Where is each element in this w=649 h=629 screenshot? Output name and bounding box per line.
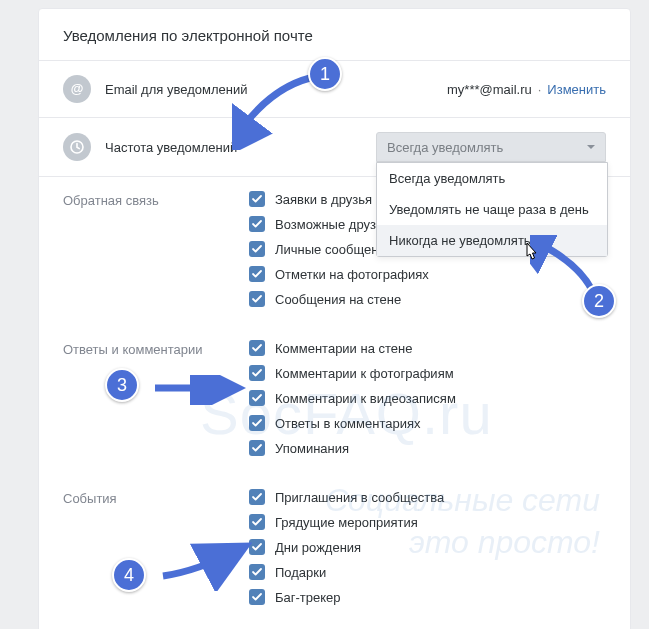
section: СобытияПриглашения в сообществаГрядущие … (39, 475, 630, 614)
checkbox-option[interactable]: Грядущие мероприятия (249, 514, 606, 530)
annotation-badge-4: 4 (112, 558, 146, 592)
panel-title: Уведомления по электронной почте (39, 9, 630, 61)
checkbox-option[interactable]: Дни рождения (249, 539, 606, 555)
checkbox-option[interactable]: Баг-трекер (249, 589, 606, 605)
checkbox-checked-icon (249, 514, 265, 530)
svg-text:@: @ (71, 81, 84, 96)
checkbox-option[interactable]: Комментарии к видеозаписям (249, 390, 606, 406)
checkbox-option[interactable]: Комментарии на стене (249, 340, 606, 356)
chevron-down-icon (587, 145, 595, 149)
frequency-selected: Всегда уведомлять (387, 140, 503, 155)
settings-panel: Уведомления по электронной почте @ Email… (38, 8, 631, 629)
checkbox-label: Дни рождения (275, 540, 361, 555)
checkbox-label: Упоминания (275, 441, 349, 456)
checkbox-label: Комментарии к фотографиям (275, 366, 454, 381)
checkbox-checked-icon (249, 440, 265, 456)
section-options: Приглашения в сообществаГрядущие меропри… (249, 489, 606, 614)
checkbox-label: Баг-трекер (275, 590, 341, 605)
frequency-label: Частота уведомлений (105, 140, 376, 155)
checkbox-label: Заявки в друзья (275, 192, 372, 207)
at-icon: @ (63, 75, 91, 103)
checkbox-checked-icon (249, 241, 265, 257)
checkbox-checked-icon (249, 365, 265, 381)
frequency-option-always[interactable]: Всегда уведомлять (377, 163, 607, 194)
checkbox-checked-icon (249, 539, 265, 555)
section-options: Комментарии на стенеКомментарии к фотогр… (249, 340, 606, 465)
checkbox-label: Грядущие мероприятия (275, 515, 418, 530)
checkbox-option[interactable]: Сообщения на стене (249, 291, 606, 307)
annotation-badge-1: 1 (308, 57, 342, 91)
checkbox-label: Подарки (275, 565, 326, 580)
annotation-badge-3: 3 (105, 368, 139, 402)
checkbox-label: Возможные друзья (275, 217, 390, 232)
frequency-option-daily[interactable]: Уведомлять не чаще раза в день (377, 194, 607, 225)
checkbox-checked-icon (249, 216, 265, 232)
section-label: Обратная связь (63, 191, 249, 316)
section-label: Ответы и комментарии (63, 340, 249, 465)
clock-icon (63, 133, 91, 161)
checkbox-checked-icon (249, 191, 265, 207)
frequency-dropdown-menu: Всегда уведомлять Уведомлять не чаще раз… (376, 162, 608, 257)
checkbox-label: Комментарии к видеозаписям (275, 391, 456, 406)
frequency-row: Частота уведомлений Всегда уведомлять Вс… (39, 118, 630, 177)
checkbox-label: Приглашения в сообщества (275, 490, 444, 505)
checkbox-option[interactable]: Отметки на фотографиях (249, 266, 606, 282)
checkbox-checked-icon (249, 564, 265, 580)
checkbox-option[interactable]: Ответы в комментариях (249, 415, 606, 431)
checkbox-label: Ответы в комментариях (275, 416, 420, 431)
email-label: Email для уведомлений (105, 82, 447, 97)
checkbox-checked-icon (249, 390, 265, 406)
checkbox-label: Сообщения на стене (275, 292, 401, 307)
checkbox-label: Отметки на фотографиях (275, 267, 429, 282)
checkbox-checked-icon (249, 415, 265, 431)
checkbox-checked-icon (249, 589, 265, 605)
frequency-dropdown[interactable]: Всегда уведомлять Всегда уведомлять Увед… (376, 132, 606, 162)
checkbox-label: Комментарии на стене (275, 341, 412, 356)
frequency-option-never[interactable]: Никогда не уведомлять (377, 225, 607, 256)
email-change-link[interactable]: Изменить (547, 82, 606, 97)
checkbox-option[interactable]: Комментарии к фотографиям (249, 365, 606, 381)
checkbox-checked-icon (249, 340, 265, 356)
checkbox-checked-icon (249, 291, 265, 307)
email-value: my***@mail.ru (447, 82, 532, 97)
checkbox-checked-icon (249, 266, 265, 282)
checkbox-option[interactable]: Приглашения в сообщества (249, 489, 606, 505)
checkbox-checked-icon (249, 489, 265, 505)
section-label: События (63, 489, 249, 614)
checkbox-option[interactable]: Подарки (249, 564, 606, 580)
checkbox-option[interactable]: Упоминания (249, 440, 606, 456)
annotation-badge-2: 2 (582, 284, 616, 318)
